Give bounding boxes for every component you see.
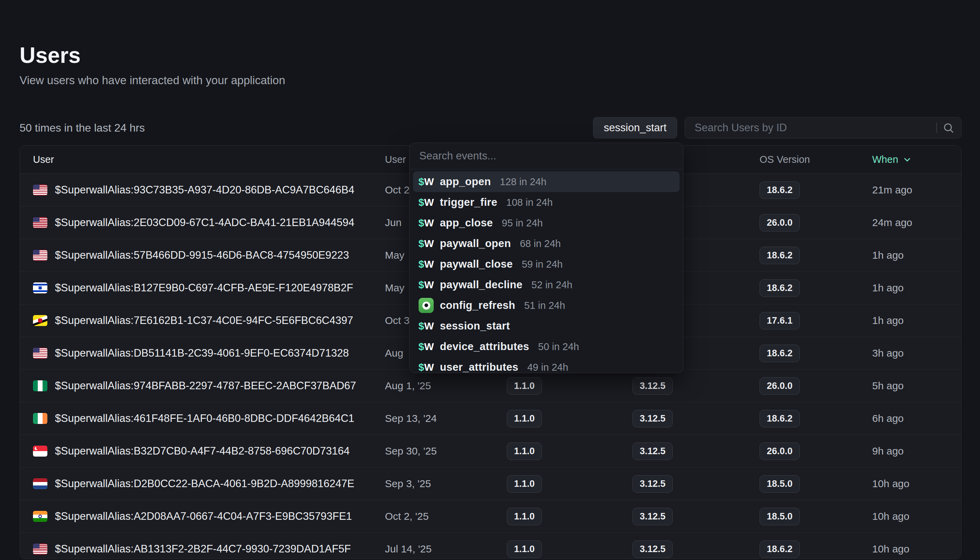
app-version-cell: 1.1.0 (507, 475, 633, 493)
sdk-version-badge: 3.12.5 (633, 377, 673, 395)
user-alias: $SuperwallAlias:2E03CD09-67C1-4ADC-BA41-… (55, 217, 354, 229)
dollar-glyph: $ (419, 362, 424, 373)
last-seen: 1h ago (872, 282, 961, 294)
chevron-down-icon (902, 155, 912, 165)
event-option-session_start[interactable]: $Wsession_start (413, 316, 679, 336)
header-when-sort[interactable]: When (872, 154, 961, 165)
event-name: paywall_decline (440, 278, 523, 291)
country-flag-us (33, 250, 47, 261)
search-icon[interactable] (943, 122, 954, 133)
event-name: app_close (440, 217, 493, 229)
last-seen: 6h ago (872, 413, 961, 424)
superwall-event-icon: $W (419, 217, 434, 229)
dollar-glyph: $ (419, 320, 424, 332)
table-row[interactable]: $SuperwallAlias:974BFABB-2297-4787-BEEC-… (20, 370, 961, 402)
event-option-app_close[interactable]: $Wapp_close95 in 24h (413, 213, 679, 233)
user-cell: $SuperwallAlias:7E6162B1-1C37-4C0E-94FC-… (20, 314, 385, 327)
superwall-event-icon: $W (419, 197, 434, 208)
app-version-cell: 1.1.0 (507, 410, 633, 427)
event-option-paywall_decline[interactable]: $Wpaywall_decline52 in 24h (413, 275, 679, 295)
search-divider (937, 123, 937, 133)
user-alias: $SuperwallAlias:B127E9B0-C697-4CFB-AE9E-… (55, 282, 353, 294)
config-app-icon-ball (422, 302, 430, 310)
sdk-version-badge: 3.12.5 (633, 508, 673, 525)
table-row[interactable]: $SuperwallAlias:B32D7CB0-A4F7-44B2-8758-… (20, 435, 961, 468)
user-cell: $SuperwallAlias:B32D7CB0-A4F7-44B2-8758-… (20, 445, 385, 457)
last-seen: 5h ago (872, 380, 961, 392)
superwall-event-icon: $W (419, 279, 434, 291)
event-search-box[interactable] (410, 143, 683, 169)
event-count: 52 in 24h (532, 279, 572, 291)
user-alias: $SuperwallAlias:B32D7CB0-A4F7-44B2-8758-… (55, 445, 350, 457)
country-flag-us (33, 185, 47, 195)
event-option-paywall_open[interactable]: $Wpaywall_open68 in 24h (413, 233, 679, 254)
os-version-cell: 17.6.1 (759, 312, 872, 330)
user-alias: $SuperwallAlias:57B466DD-9915-46D6-BAC8-… (55, 249, 349, 262)
dollar-glyph: $ (419, 197, 424, 208)
header-when-label: When (872, 154, 898, 165)
user-search-input[interactable] (694, 121, 932, 134)
country-flag-nl (33, 478, 47, 489)
config-app-icon (419, 298, 434, 313)
user-cell: $SuperwallAlias:2E03CD09-67C1-4ADC-BA41-… (20, 217, 385, 229)
event-name: paywall_close (440, 258, 513, 270)
user-cell: $SuperwallAlias:57B466DD-9915-46D6-BAC8-… (20, 249, 385, 262)
user-alias: $SuperwallAlias:974BFABB-2297-4787-BEEC-… (55, 380, 356, 392)
app-version-cell: 1.1.0 (507, 508, 633, 525)
users-page: Users View users who have interacted wit… (0, 0, 980, 560)
flag-detail (36, 447, 39, 449)
os-version-badge: 18.5.0 (759, 475, 800, 493)
event-count: 95 in 24h (502, 217, 543, 229)
last-seen: 10h ago (872, 510, 961, 522)
country-flag-us (33, 543, 47, 555)
superwall-event-icon: $W (419, 320, 434, 332)
event-count: 59 in 24h (522, 259, 563, 270)
w-glyph: W (424, 176, 434, 188)
last-seen: 1h ago (872, 315, 961, 327)
event-option-config_refresh[interactable]: config_refresh51 in 24h (413, 295, 679, 316)
table-row[interactable]: $SuperwallAlias:A2D08AA7-0667-4C04-A7F3-… (20, 500, 961, 533)
os-version-cell: 18.5.0 (759, 475, 872, 493)
country-flag-in (33, 511, 47, 522)
user-cell: $SuperwallAlias:D2B0CC22-BACA-4061-9B2D-… (20, 478, 385, 490)
dollar-glyph: $ (419, 176, 424, 188)
user-alias: $SuperwallAlias:AB1313F2-2B2F-44C7-9930-… (55, 543, 351, 555)
os-version-badge: 18.6.2 (759, 410, 800, 427)
user-cell: $SuperwallAlias:974BFABB-2297-4787-BEEC-… (20, 380, 385, 392)
event-filter-button[interactable]: session_start (593, 117, 677, 138)
os-version-cell: 26.0.0 (759, 443, 872, 460)
event-option-paywall_close[interactable]: $Wpaywall_close59 in 24h (413, 254, 679, 275)
table-row[interactable]: $SuperwallAlias:AB1313F2-2B2F-44C7-9930-… (20, 533, 961, 559)
app-version-badge: 1.1.0 (507, 508, 542, 525)
event-name: user_attributes (440, 361, 518, 373)
os-version-badge: 18.6.2 (759, 279, 800, 297)
os-version-cell: 18.6.2 (759, 182, 872, 199)
os-version-badge: 26.0.0 (759, 377, 800, 395)
os-version-cell: 26.0.0 (759, 214, 872, 232)
event-option-app_open[interactable]: $Wapp_open128 in 24h (413, 172, 679, 192)
superwall-event-icon: $W (419, 341, 434, 352)
page-title: Users (20, 44, 962, 67)
w-glyph: W (424, 217, 434, 229)
sdk-version-cell: 3.12.5 (633, 377, 759, 395)
table-row[interactable]: $SuperwallAlias:461F48FE-1AF0-46B0-8DBC-… (20, 402, 961, 435)
last-seen: 10h ago (872, 478, 961, 490)
event-option-trigger_fire[interactable]: $Wtrigger_fire108 in 24h (413, 192, 679, 213)
toolbar-right: session_start (593, 117, 962, 138)
user-alias: $SuperwallAlias:93C73B35-A937-4D20-86DB-… (55, 184, 354, 196)
event-count: 50 in 24h (538, 341, 579, 352)
user-since: Sep 30, '25 (385, 445, 507, 457)
table-row[interactable]: $SuperwallAlias:D2B0CC22-BACA-4061-9B2D-… (20, 468, 961, 500)
dollar-glyph: $ (419, 238, 424, 250)
user-search-box[interactable] (685, 117, 962, 138)
w-glyph: W (424, 362, 434, 373)
event-search-input[interactable] (419, 150, 674, 163)
w-glyph: W (424, 320, 434, 332)
os-version-badge: 18.6.2 (759, 247, 800, 264)
os-version-badge: 18.5.0 (759, 508, 800, 525)
os-version-badge: 26.0.0 (759, 443, 800, 460)
sdk-version-cell: 3.12.5 (633, 443, 759, 460)
event-option-user_attributes[interactable]: $Wuser_attributes49 in 24h (413, 357, 679, 373)
os-version-badge: 18.6.2 (759, 182, 800, 199)
event-option-device_attributes[interactable]: $Wdevice_attributes50 in 24h (413, 336, 679, 357)
